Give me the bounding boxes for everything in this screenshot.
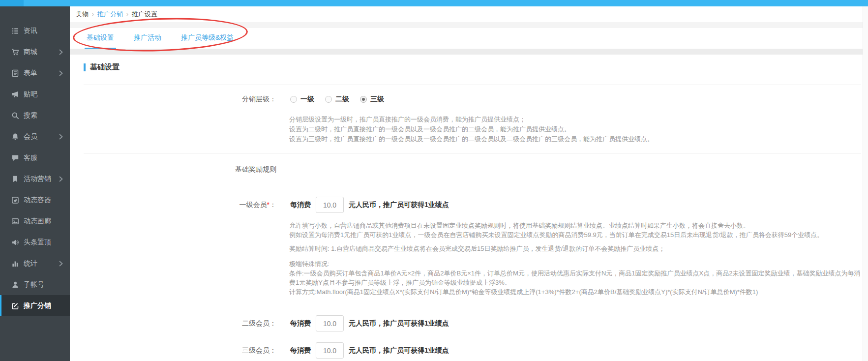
sidebar-item-stats[interactable]: 统计	[0, 253, 70, 274]
level-desc-line: 分销层级设置为一级时，推广员直接推广的一级会员消费，能为推广员提供业绩点；	[289, 115, 868, 124]
vertical-scrollbar[interactable]	[863, 6, 868, 361]
sidebar-item-label: 商城	[24, 48, 37, 57]
radio-icon[interactable]	[325, 96, 332, 103]
chevron-right-icon	[59, 176, 63, 182]
sidebar-item-member[interactable]: 会员	[0, 126, 70, 147]
base-reward-rules-row: 基础奖励规则	[70, 165, 868, 174]
radio-option-level3[interactable]: 三级	[360, 95, 384, 104]
breadcrumb: 美物 › 推广分销 › 推广设置	[70, 6, 868, 22]
help-line: 允许填写小数，自营店铺商品或其他消费项目在未设置固定业绩点奖励规则时，将使用基础…	[289, 221, 865, 230]
sidebar-item-container[interactable]: 动态容器	[0, 189, 70, 211]
sidebar-item-label: 活动营销	[24, 175, 51, 183]
level3-member-label: 三级会员：	[70, 346, 276, 355]
tab-basic-settings[interactable]: 基础设置	[85, 28, 116, 49]
level3-member-row: 三级会员： 每消费 元人民币，推广员可获得1业绩点	[70, 342, 868, 359]
sidebar-item-label: 推广分销	[24, 301, 51, 310]
chat-icon	[11, 153, 19, 162]
tab-promotion-activity[interactable]: 推广活动	[132, 28, 163, 49]
breadcrumb-item-home[interactable]: 美物	[76, 10, 89, 19]
main-panel: 基础设置 分销层级： 一级 二级 三级 分销层级设置为一级时	[70, 55, 868, 361]
breadcrumb-separator: ›	[92, 11, 94, 18]
breadcrumb-item-current: 推广设置	[132, 10, 157, 19]
help-line: 例如设置为每消费1元推广员可获的1业绩点，一级会员在自营店铺购买未设置固定业绩点…	[289, 230, 865, 240]
form-icon	[11, 69, 19, 77]
distribution-level-label: 分销层级：	[70, 95, 276, 104]
megaphone-icon	[11, 90, 19, 98]
consume-prefix: 每消费	[290, 319, 311, 328]
chevron-right-icon	[59, 261, 63, 267]
sidebar-item-subaccount[interactable]: 子帐号	[0, 274, 70, 295]
consume-prefix: 每消费	[290, 346, 311, 355]
separator-band	[70, 49, 868, 55]
reward-suffix: 元人民币，推广员可获得1业绩点	[349, 201, 449, 210]
divider	[84, 153, 861, 153]
distribution-level-row: 分销层级： 一级 二级 三级	[70, 95, 868, 104]
section-title-accent-bar	[84, 63, 86, 71]
sidebar-item-activity[interactable]: 活动营销	[0, 168, 70, 189]
radio-icon-checked[interactable]	[360, 96, 367, 103]
bookmark-icon	[11, 175, 19, 183]
sidebar-item-label: 表单	[24, 69, 37, 78]
level-description: 分销层级设置为一级时，推广员直接推广的一级会员消费，能为推广员提供业绩点； 设置…	[289, 115, 868, 144]
container-icon	[11, 196, 19, 204]
level2-member-label: 二级会员：	[70, 319, 276, 328]
radio-option-level1[interactable]: 一级	[290, 95, 314, 104]
sidebar-item-label: 会员	[24, 132, 37, 141]
level-desc-line: 设置为三级时，推广员直接推广的一级会员以及一级会员推广的二级会员以及二级会员推广…	[289, 134, 868, 144]
sidebar-item-label: 子帐号	[24, 280, 44, 289]
bell-icon	[11, 132, 19, 141]
level-desc-line: 设置为二级时，推广员直接推广的一级会员以及一级会员推广的二级会员，能为推广员提供…	[289, 124, 868, 134]
bar-chart-icon	[11, 259, 19, 268]
sidebar-item-label: 客服	[24, 153, 37, 162]
tabs-bar: 基础设置 推广活动 推广员等级&权益	[70, 28, 868, 49]
divider	[84, 85, 861, 85]
radio-icon[interactable]	[290, 96, 297, 103]
tab-promoter-level-rights[interactable]: 推广员等级&权益	[179, 28, 236, 49]
top-bar	[0, 0, 868, 6]
sidebar-item-news[interactable]: 资讯	[0, 20, 70, 41]
speaker-icon	[11, 238, 19, 246]
search-icon	[11, 111, 19, 120]
chevron-right-icon	[59, 49, 63, 55]
mall-icon	[11, 48, 19, 56]
section-title-text: 基础设置	[90, 62, 120, 72]
breadcrumb-item-promotion[interactable]: 推广分销	[97, 10, 123, 19]
sidebar-item-label: 动态容器	[24, 196, 51, 205]
sidebar-item-label: 动态画廊	[24, 217, 51, 226]
section-title: 基础设置	[84, 62, 868, 72]
sidebar-item-promotion[interactable]: 推广分销	[0, 295, 70, 316]
sidebar-item-search[interactable]: 搜索	[0, 105, 70, 126]
content-area: 美物 › 推广分销 › 推广设置 基础设置 推广活动 推广员等级&权益 基础设置…	[70, 6, 868, 361]
reward-suffix: 元人民币，推广员可获得1业绩点	[349, 319, 449, 328]
sidebar-item-headline[interactable]: 头条置顶	[0, 232, 70, 253]
level2-amount-input[interactable]	[316, 315, 344, 331]
sidebar-item-gallery[interactable]: 动态画廊	[0, 211, 70, 232]
level2-member-row: 二级会员： 每消费 元人民币，推广员可获得1业绩点	[70, 315, 868, 331]
sidebar-item-tieba[interactable]: 贴吧	[0, 84, 70, 105]
sidebar-item-service[interactable]: 客服	[0, 147, 70, 168]
sidebar-item-label: 统计	[24, 259, 37, 268]
help-line: 计算方式:Math.floor(商品1固定业绩点X*(实际支付N/订单总价M)*…	[289, 287, 865, 297]
sidebar-item-label: 资讯	[24, 27, 37, 35]
chevron-right-icon	[59, 134, 63, 140]
sidebar-item-label: 头条置顶	[24, 238, 51, 247]
help-line: 条件:一级会员购买订单包含商品1单价A元×2件，商品2单价B元×1件，订单总价M…	[289, 269, 865, 287]
base-reward-rules-label: 基础奖励规则	[70, 165, 276, 174]
top-bar-logo-area	[0, 0, 24, 6]
level1-help-text: 允许填写小数，自营店铺商品或其他消费项目在未设置固定业绩点奖励规则时，将使用基础…	[289, 221, 865, 297]
level3-amount-input[interactable]	[316, 342, 344, 359]
sidebar-item-label: 搜索	[24, 111, 37, 120]
sidebar: 资讯 商城 表单 贴吧 搜索 会员 客服 活动营销 动态容器 动态画廊	[0, 6, 70, 361]
sidebar-item-form[interactable]: 表单	[0, 62, 70, 84]
promotion-icon	[11, 301, 19, 310]
radio-option-level2[interactable]: 二级	[325, 95, 349, 104]
consume-prefix: 每消费	[290, 201, 311, 210]
sidebar-item-mall[interactable]: 商城	[0, 41, 70, 62]
sidebar-item-label: 贴吧	[24, 90, 37, 99]
help-line: 极端特殊情况:	[289, 259, 865, 269]
user-icon	[11, 280, 19, 289]
level1-amount-input[interactable]	[316, 197, 344, 213]
reward-suffix: 元人民币，推广员可获得1业绩点	[349, 346, 449, 355]
breadcrumb-separator: ›	[126, 11, 128, 18]
gallery-icon	[11, 217, 19, 225]
